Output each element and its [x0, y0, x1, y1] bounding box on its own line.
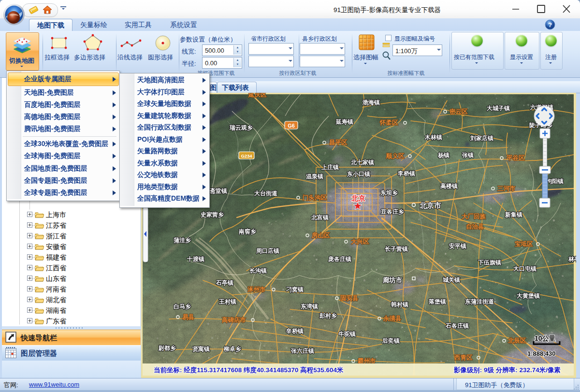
svg-text:大口屯镇: 大口屯镇	[513, 265, 536, 272]
svg-text:东坝乡: 东坝乡	[380, 189, 398, 196]
svg-text:G6: G6	[288, 123, 295, 129]
svg-text:林亭: 林亭	[568, 256, 576, 262]
svg-text:贤寓镇: 贤寓镇	[192, 346, 210, 352]
svg-text:怀柔区: 怀柔区	[379, 119, 398, 126]
svg-text:牛驼镇: 牛驼镇	[338, 331, 356, 337]
svg-text:廊坊市: 廊坊市	[382, 276, 403, 284]
svg-text:斋堂镇: 斋堂镇	[210, 188, 227, 194]
svg-text:长沟镇: 长沟镇	[249, 267, 267, 274]
svg-text:南窖乡: 南窖乡	[238, 228, 256, 235]
svg-text:北京: 北京	[351, 194, 366, 202]
svg-text:辛桥镇: 辛桥镇	[286, 328, 304, 334]
svg-text:固安县: 固安县	[340, 295, 359, 302]
svg-text:密云区: 密云区	[450, 108, 468, 115]
svg-text:下伍旗镇: 下伍旗镇	[478, 259, 501, 266]
svg-text:北七家镇: 北七家镇	[350, 159, 374, 166]
svg-text:刘家店镇: 刘家店镇	[470, 135, 493, 142]
svg-text:东湾镇: 东湾镇	[300, 303, 318, 310]
svg-text:自治县: 自治县	[466, 223, 484, 230]
svg-text:周口店镇: 周口店镇	[256, 247, 279, 254]
svg-text:上庄镇: 上庄镇	[321, 164, 339, 171]
svg-text:大台街道: 大台街道	[254, 190, 278, 197]
svg-text:落堡镇: 落堡镇	[428, 298, 446, 305]
svg-text:霸州市: 霸州市	[358, 358, 376, 364]
svg-text:庞各庄镇: 庞各庄镇	[328, 256, 351, 262]
svg-text:高楼镇: 高楼镇	[440, 183, 458, 189]
svg-text:王村镇: 王村镇	[218, 298, 236, 305]
svg-text:东蒲洼街道: 东蒲洼街道	[464, 298, 494, 305]
svg-text:三河市: 三河市	[497, 185, 516, 192]
svg-text:史家营乡: 史家营乡	[201, 211, 224, 218]
svg-text:张六庄镇: 张六庄镇	[290, 348, 314, 354]
svg-text:韩村镇: 韩村镇	[391, 301, 408, 308]
svg-text:石亭镇: 石亭镇	[216, 279, 233, 286]
svg-text:1:888,430: 1:888,430	[527, 350, 556, 357]
svg-text:东小口镇: 东小口镇	[347, 171, 370, 177]
svg-text:高碑店市: 高碑店市	[222, 317, 246, 323]
svg-text:木林镇: 木林镇	[424, 134, 442, 141]
svg-text:张镇: 张镇	[462, 152, 474, 159]
svg-text:李桥镇: 李桥镇	[397, 170, 415, 177]
svg-text:G234: G234	[241, 153, 252, 159]
svg-text:石各庄镇: 石各庄镇	[445, 322, 469, 329]
svg-text:温泉镇: 温泉镇	[306, 173, 323, 180]
svg-text:延庆区: 延庆区	[247, 93, 267, 98]
svg-text:10公里: 10公里	[535, 334, 556, 342]
svg-text:平谷区: 平谷区	[507, 155, 525, 161]
svg-text:瑞云观乡: 瑞云观乡	[229, 124, 253, 131]
svg-text:当前坐标: 经度115.317417608 纬度40.341: 当前坐标: 经度115.317417608 纬度40.341485370 高程5…	[154, 366, 344, 374]
svg-text:刁窝镇: 刁窝镇	[286, 286, 304, 293]
svg-text:影像级别: 9级 分辨率: 232.74米/像素: 影像级别: 9级 分辨率: 232.74米/像素	[453, 366, 561, 374]
svg-text:延寿镇: 延寿镇	[335, 118, 353, 125]
svg-text:渤海镇: 渤海镇	[362, 99, 380, 106]
svg-text:新集镇: 新集镇	[505, 211, 522, 218]
svg-text:门头沟区: 门头沟区	[303, 194, 327, 201]
svg-text:豆各庄乡: 豆各庄乡	[380, 208, 404, 215]
svg-text:白马乡: 白马乡	[174, 303, 191, 310]
svg-text:大城子镇: 大城子镇	[487, 105, 510, 112]
svg-text:房山区: 房山区	[311, 232, 330, 239]
svg-text:北辰区: 北辰区	[508, 337, 526, 344]
svg-text:北宫镇: 北宫镇	[311, 214, 329, 221]
svg-text:大厂回族: 大厂回族	[462, 213, 486, 220]
svg-text:彭村乡: 彭村乡	[319, 312, 337, 319]
svg-text:北京市: 北京市	[419, 201, 441, 209]
svg-text:昌平区: 昌平区	[329, 139, 348, 146]
svg-text:尉都乡: 尉都乡	[158, 345, 176, 351]
svg-text:顺义区: 顺义区	[386, 153, 405, 160]
svg-text:蒲洼乡: 蒲洼乡	[174, 237, 191, 244]
svg-text:?: ?	[548, 21, 552, 29]
svg-text:安平镇: 安平镇	[449, 243, 466, 249]
svg-text:泃阳镇: 泃阳镇	[546, 178, 564, 185]
svg-text:宝坻区: 宝坻区	[515, 241, 533, 247]
svg-text:城关镇: 城关镇	[442, 276, 460, 283]
svg-text:十渡镇: 十渡镇	[187, 256, 204, 262]
svg-text:柳卓乡: 柳卓乡	[223, 346, 241, 352]
svg-text:杨镇: 杨镇	[437, 152, 450, 159]
svg-text:后奕镇: 后奕镇	[382, 337, 400, 344]
svg-text:涿州市: 涿州市	[247, 286, 266, 293]
svg-text:易县: 易县	[182, 314, 195, 320]
svg-text:长子营镇: 长子营镇	[385, 246, 408, 252]
svg-text:永清县: 永清县	[383, 315, 402, 322]
svg-text:大黄堡镇: 大黄堡镇	[517, 292, 540, 299]
svg-text:大兴区: 大兴区	[351, 238, 369, 245]
svg-text:西青区: 西青区	[454, 354, 473, 361]
